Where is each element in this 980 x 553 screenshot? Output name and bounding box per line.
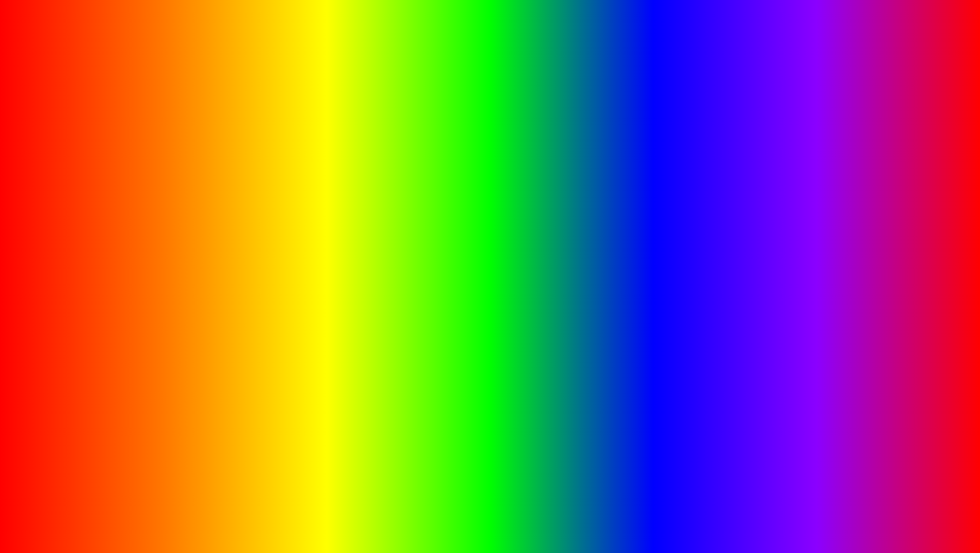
hyper-new-button[interactable]: Hyper [ New ] — [360, 288, 425, 314]
panel-logo: H — [106, 136, 151, 182]
tree-2 — [60, 346, 121, 478]
hub-title: CHOOSE HUB - HIRIMI HUB — [220, 230, 430, 254]
hirimi-v2-button[interactable]: Hirimi V2 — [225, 288, 290, 314]
h-badge-2: H — [108, 229, 116, 236]
light-green — [101, 114, 107, 122]
lollipop — [882, 100, 928, 227]
hub-grid: Hirimi V1 Farm Chest Hirimi Hyper Hirimi… — [220, 254, 430, 319]
h-badge-1: H — [108, 214, 116, 220]
light-pink — [192, 114, 198, 122]
skull-icon: 💀 — [871, 429, 917, 474]
title-blox: BLOX — [225, 8, 444, 96]
bf-logo-text-blox: BLOX — [846, 476, 942, 499]
option-label-1: Bypass TP (Beta) — [120, 213, 347, 221]
h-badge-5: H — [108, 276, 116, 283]
weapon-dropdown[interactable]: Select Weapon : Melee ▼ — [107, 188, 361, 205]
fps-label: [FPS] : 7 — [157, 159, 179, 165]
farm-chest-button[interactable]: Farm Chest — [292, 259, 357, 314]
main-title: BLOX FRUITS — [0, 13, 980, 91]
title-fruits: FRUITS — [470, 8, 755, 96]
light-string — [60, 116, 869, 118]
discord-server-button[interactable]: Discord SERVER — [225, 319, 425, 342]
h-badge-3: H — [108, 245, 116, 252]
h-badge-6: H — [108, 292, 116, 299]
bf-logo-bottom-right: 💀 BLOX FRUITS — [846, 429, 942, 525]
main-container: BLOX FRUITS MOBILE ✓ ANDROID ✓ H [Ping] … — [0, 0, 980, 553]
weapon-select-row[interactable]: Select Weapon : Melee ▼ — [103, 185, 365, 209]
hirimi-v1-button[interactable]: Hirimi V1 — [225, 259, 290, 285]
panel-top: H [Ping] : 195.339 (43%CV) [FPS] : 7 21/… — [103, 133, 365, 185]
light-yellow — [161, 114, 168, 122]
bf-logo-text-fruits: FRUITS — [846, 499, 942, 525]
datetime-label: 21/10/2023 - 10:49:35 AM [ ID ] — [182, 159, 259, 165]
character — [641, 214, 819, 493]
hub-panel: CHOOSE HUB - HIRIMI HUB Hirimi V1 Farm C… — [218, 228, 432, 349]
weapon-select-label: Select Weapon : Melee — [114, 193, 188, 201]
dropdown-arrow-icon: ▼ — [346, 193, 353, 201]
script-pastebin-label: SCRIPT PASTEBIN: — [353, 503, 644, 535]
hirimi-hyper-button[interactable]: Hirimi Hyper — [360, 259, 425, 285]
light-blue — [131, 114, 137, 122]
option-bypass-tp: H Bypass TP (Beta) — [103, 209, 365, 225]
h-badge-4: H — [108, 261, 116, 267]
auto-farm-label: AUTO FARM — [28, 485, 344, 538]
bottom-text-row: AUTO FARM SCRIPT PASTEBIN: — [28, 485, 952, 538]
checkbox-1[interactable] — [351, 213, 360, 221]
light-red — [70, 114, 76, 122]
ping-label: [Ping] : 195.339 (43%CV) — [157, 153, 220, 159]
panel-info: [Ping] : 195.339 (43%CV) [FPS] : 7 21/10… — [154, 150, 365, 167]
